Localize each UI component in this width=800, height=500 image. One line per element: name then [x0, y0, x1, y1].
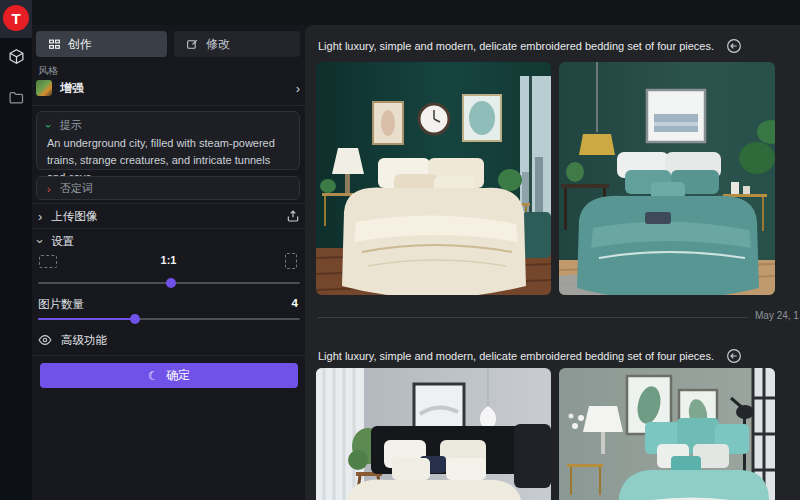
tab-edit-label: 修改	[206, 36, 230, 53]
circled-left-arrow-icon[interactable]	[726, 38, 742, 54]
tab-create[interactable]: 创作	[36, 31, 167, 57]
tab-edit[interactable]: 修改	[174, 31, 300, 57]
divider	[32, 355, 305, 356]
upload-label: 上传图像	[51, 209, 277, 224]
style-value: 增强	[60, 80, 288, 97]
image-count-row: 图片数量 4	[38, 297, 298, 312]
result-prompt: Light luxury, simple and modern, delicat…	[318, 40, 714, 52]
generation-panel: 创作 修改 风格 增强 › › 提示 An underground city, …	[32, 25, 305, 500]
style-selector[interactable]: 增强 ›	[36, 77, 300, 99]
result-image[interactable]	[316, 62, 551, 295]
result-image[interactable]	[559, 62, 775, 295]
divider	[32, 105, 305, 106]
result-group-header: Light luxury, simple and modern, delicat…	[318, 347, 800, 365]
prompt-input[interactable]: › 提示 An underground city, filled with st…	[36, 111, 300, 170]
folder-icon[interactable]	[8, 89, 25, 106]
result-prompt: Light luxury, simple and modern, delicat…	[318, 350, 714, 362]
chevron-down-icon: ›	[43, 124, 55, 128]
image-count-slider[interactable]	[38, 313, 300, 325]
circled-left-arrow-icon[interactable]	[726, 348, 742, 364]
edit-icon	[186, 38, 199, 51]
advanced-features-toggle[interactable]: 高级功能	[38, 331, 300, 349]
chevron-right-icon: ›	[38, 210, 42, 223]
upload-icon[interactable]	[286, 209, 300, 223]
style-thumbnail	[36, 80, 52, 96]
slider-thumb[interactable]	[166, 278, 176, 288]
date-divider	[318, 317, 748, 318]
aspect-ratio-slider[interactable]	[38, 277, 300, 289]
style-section-label: 风格	[38, 64, 58, 78]
cube-icon[interactable]	[8, 48, 25, 65]
chevron-right-icon: ›	[47, 183, 51, 195]
app-logo[interactable]: T	[3, 5, 29, 31]
divider	[32, 203, 305, 204]
divider	[32, 228, 305, 229]
negative-prompt-toggle[interactable]: › 否定词	[36, 176, 300, 200]
crescent-moon-icon: ☾	[148, 370, 159, 382]
negative-label: 否定词	[60, 181, 93, 196]
upload-image-toggle[interactable]: › 上传图像	[38, 207, 300, 225]
result-image[interactable]	[316, 368, 551, 500]
eye-icon	[38, 333, 52, 347]
settings-label: 设置	[51, 234, 300, 249]
chevron-down-icon: ›	[34, 239, 47, 243]
advanced-label: 高级功能	[61, 333, 300, 348]
result-group-header: Light luxury, simple and modern, delicat…	[318, 37, 800, 55]
confirm-button[interactable]: ☾ 确定	[40, 363, 298, 388]
aspect-ratio-value: 1:1	[32, 254, 305, 266]
results-area: Light luxury, simple and modern, delicat…	[305, 25, 800, 500]
chevron-right-icon: ›	[296, 82, 300, 95]
image-count-label: 图片数量	[38, 297, 292, 312]
portrait-frame-icon[interactable]	[285, 253, 297, 269]
tab-create-label: 创作	[68, 36, 92, 53]
generation-date: May 24, 1	[755, 310, 800, 321]
result-image[interactable]	[559, 368, 775, 500]
slider-thumb[interactable]	[130, 314, 140, 324]
slider-fill	[38, 318, 132, 320]
settings-toggle[interactable]: › 设置	[38, 232, 300, 250]
confirm-label: 确定	[166, 367, 190, 384]
left-rail: T	[0, 0, 32, 500]
image-count-value: 4	[292, 297, 298, 312]
grid-icon	[48, 38, 61, 51]
prompt-label: 提示	[60, 118, 82, 133]
